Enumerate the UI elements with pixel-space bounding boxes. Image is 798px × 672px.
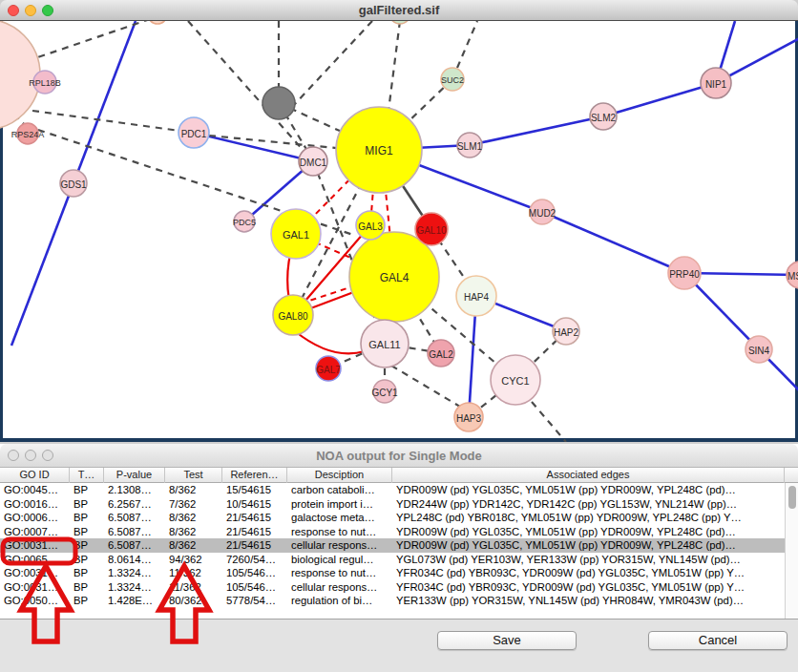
cell-p-value: 6.5087…: [104, 538, 165, 553]
node-label-SUC2: SUC2: [441, 75, 464, 85]
column-header-description[interactable]: Desciption: [287, 468, 392, 483]
cell-p-value: 6.2567…: [104, 497, 165, 512]
node-label-MUD2: MUD2: [529, 208, 556, 219]
cell-reference: 21/54615: [222, 511, 287, 525]
cell-go-id: GO:0031…: [0, 580, 70, 595]
table-row[interactable]: GO:0006…BP6.5087…8/36221/54615galactose …: [0, 511, 785, 525]
node-label-HAP2: HAP2: [554, 327, 579, 338]
cell-description: galactose meta…: [287, 511, 392, 525]
node-top-cut-left[interactable]: [148, 21, 167, 24]
cell-reference: 21/54615: [222, 525, 287, 539]
column-header-associated-edges[interactable]: Associated edges: [392, 468, 785, 483]
cell-description: carbon cataboli…: [287, 483, 392, 497]
node-label-SIN4: SIN4: [748, 346, 770, 356]
node-label-NIP1: NIP1: [705, 79, 727, 90]
table-row[interactable]: GO:0050…BP1.428E…80/3625778/54…regulatio…: [0, 594, 785, 608]
cell-associated-edges: YER133W (pp) YOR315W, YNL145W (pd) YHR08…: [392, 594, 785, 608]
edge-blue[interactable]: [542, 212, 684, 273]
noa-window-title: NOA output for Single Mode: [0, 449, 798, 463]
cell-p-value: 1.3324…: [104, 580, 165, 595]
node-label-RPL18B: RPL18B: [29, 78, 61, 88]
node-unnamed-gray[interactable]: [262, 87, 295, 119]
cell-type: BP: [70, 483, 104, 497]
edge-red[interactable]: [295, 331, 365, 353]
edge-blue[interactable]: [684, 273, 798, 275]
edge-dash[interactable]: [532, 402, 566, 442]
table-row[interactable]: GO:0031…BP6.5087…8/36221/54615cellular r…: [0, 538, 785, 553]
table-header: GO IDT…P-valueTestReferen…DesciptionAsso…: [0, 468, 798, 483]
noa-window-titlebar[interactable]: NOA output for Single Mode: [0, 444, 798, 468]
node-label-PDC1: PDC1: [181, 129, 207, 139]
cell-type: BP: [70, 525, 104, 539]
node-label-MSL1: MSL1: [788, 271, 798, 282]
node-label-CYC1: CYC1: [501, 375, 529, 387]
column-header-type[interactable]: T…: [70, 468, 104, 483]
table-row[interactable]: GO:0031…BP1.3324…11/362105/546…cellular …: [0, 580, 785, 595]
table-body: GO:0045…BP2.1308…8/36215/54615carbon cat…: [0, 483, 785, 608]
cell-go-id: GO:0065…: [0, 553, 70, 567]
cell-type: BP: [70, 538, 104, 553]
cancel-button[interactable]: Cancel: [648, 631, 788, 650]
cell-test: 8/362: [165, 525, 222, 539]
column-header-reference[interactable]: Referen…: [222, 468, 287, 483]
scrollbar-thumb[interactable]: [788, 486, 796, 509]
node-label-HAP3: HAP3: [456, 413, 482, 424]
cell-reference: 7260/54…: [222, 553, 287, 567]
node-label-PRP40: PRP40: [669, 269, 700, 280]
cell-associated-edges: YGL073W (pd) YER103W, YER133W (pp) YOR31…: [392, 553, 785, 567]
node-label-DMC1: DMC1: [300, 158, 327, 168]
edge-dash[interactable]: [32, 111, 194, 133]
cell-test: 8/362: [165, 511, 222, 525]
cell-description: response to nut…: [287, 525, 392, 539]
cell-associated-edges: YDR009W (pd) YGL035C, YML051W (pp) YDR00…: [392, 538, 785, 553]
column-header-p-value[interactable]: P-value: [104, 468, 165, 483]
cell-type: BP: [70, 594, 104, 608]
edge-blue[interactable]: [470, 116, 603, 145]
cell-description: protein import i…: [287, 497, 392, 512]
node-label-GAL80: GAL80: [278, 311, 308, 322]
table-row[interactable]: GO:0045…BP2.1308…8/36215/54615carbon cat…: [0, 483, 785, 497]
cell-p-value: 6.5087…: [104, 525, 165, 539]
cell-reference: 15/54615: [222, 483, 287, 497]
cell-go-id: GO:0050…: [0, 594, 70, 608]
node-label-GAL11: GAL11: [368, 339, 400, 350]
cell-type: BP: [70, 497, 104, 512]
column-header-test[interactable]: Test: [165, 468, 222, 483]
node-ribosome-blob[interactable]: [0, 21, 40, 130]
table-scrollbar[interactable]: [785, 483, 798, 619]
cell-p-value: 6.5087…: [104, 511, 165, 525]
cell-go-id: GO:0007…: [0, 525, 70, 539]
network-graph: MIG1GAL4GAL1GAL80GAL11GAL3GAL10DMC1RPL18…: [0, 21, 798, 442]
node-label-SLM2: SLM2: [591, 113, 617, 123]
edge-blue[interactable]: [603, 83, 716, 116]
edge-blue[interactable]: [194, 133, 313, 161]
node-top-cut-green[interactable]: [389, 21, 410, 24]
node-label-GDS1: GDS1: [60, 179, 87, 190]
edge-dash[interactable]: [27, 21, 156, 61]
network-canvas[interactable]: MIG1GAL4GAL1GAL80GAL11GAL3GAL10DMC1RPL18…: [0, 21, 798, 442]
edge-dash[interactable]: [294, 21, 372, 105]
edge-dash[interactable]: [457, 21, 477, 68]
edge-dash[interactable]: [388, 21, 400, 111]
node-label-GAL4: GAL4: [380, 271, 410, 284]
network-window: galFiltered.sif MIG1GAL4GAL1GAL80GAL11GA…: [0, 0, 798, 442]
network-window-titlebar[interactable]: galFiltered.sif: [0, 0, 798, 21]
cell-description: cellular respons…: [287, 538, 392, 553]
table-row[interactable]: GO:0016…BP6.2567…7/36210/54615protein im…: [0, 497, 785, 512]
network-window-title: galFiltered.sif: [0, 3, 798, 17]
edge-dash[interactable]: [391, 366, 465, 410]
table-row[interactable]: GO:0007…BP6.5087…8/36221/54615response t…: [0, 525, 785, 539]
column-header-go-id[interactable]: GO ID: [0, 468, 70, 483]
node-label-GAL1: GAL1: [283, 229, 309, 241]
cell-reference: 105/546…: [222, 580, 287, 595]
table-row[interactable]: GO:0031…BP1.3324…11/362105/546…response …: [0, 566, 785, 580]
cell-p-value: 1.428E…: [104, 594, 165, 608]
cell-p-value: 1.3324…: [104, 566, 165, 580]
cell-description: biological regul…: [287, 553, 392, 567]
cell-test: 8/362: [165, 483, 222, 497]
save-button[interactable]: Save: [437, 631, 577, 650]
table-row[interactable]: GO:0065…BP8.0614…94/3627260/54…biologica…: [0, 553, 785, 567]
cell-test: 11/362: [165, 580, 222, 595]
cell-type: BP: [70, 566, 104, 580]
node-label-GCY1: GCY1: [371, 388, 398, 398]
